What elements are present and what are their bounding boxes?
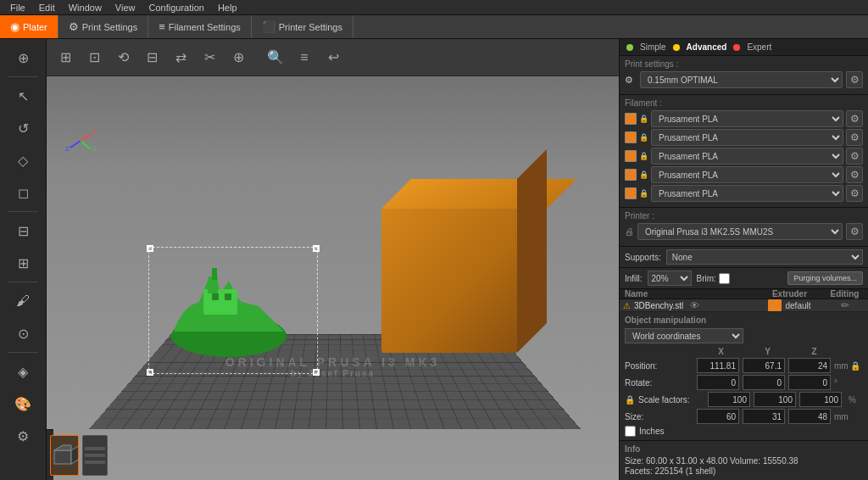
printer-icon-small: 🖨 — [625, 226, 634, 237]
mode-advanced-btn[interactable]: Advanced — [687, 42, 727, 52]
object-name-text: 3DBenchy.stl — [634, 301, 683, 310]
zoom-btn[interactable]: 🔍 — [262, 44, 289, 71]
filament-gear-5[interactable]: ⚙ — [846, 185, 863, 202]
object-benchy[interactable] — [165, 255, 292, 366]
size-z-input[interactable] — [788, 409, 831, 424]
tool-3d[interactable]: ◈ — [6, 356, 40, 387]
tool-seam[interactable]: ⊙ — [6, 318, 40, 349]
tab-printer-settings[interactable]: ⬛ Printer Settings — [252, 15, 353, 38]
filament-select-5[interactable]: Prusament PLA — [651, 185, 843, 202]
purge-btn[interactable]: Purging volumes... — [787, 271, 863, 285]
print-settings-select[interactable]: 0.15mm OPTIMAL — [640, 71, 843, 88]
size-y-input[interactable] — [743, 409, 785, 424]
split-btn[interactable]: ✂ — [196, 44, 223, 71]
object-cube[interactable] — [381, 209, 517, 353]
coord-system-select[interactable]: World coordinates — [625, 328, 743, 343]
mode-simple-btn[interactable]: Simple — [640, 42, 666, 52]
filament-color-1 — [625, 113, 637, 125]
col-name-header: Name — [620, 289, 758, 299]
tab-filament-settings[interactable]: ≡ Filament Settings — [148, 15, 252, 38]
tool-rotate[interactable]: ↺ — [6, 113, 40, 143]
position-y-input[interactable] — [743, 358, 785, 373]
lock-icon-5: 🔒 — [639, 189, 648, 198]
inches-checkbox[interactable] — [625, 426, 636, 437]
lock-icon-2: 🔒 — [639, 133, 648, 142]
tool-place[interactable]: ◻ — [6, 177, 40, 208]
position-x-input[interactable] — [697, 358, 739, 373]
menu-file[interactable]: File — [3, 3, 32, 13]
add-object-btn[interactable]: ⊞ — [52, 44, 79, 71]
orient-btn[interactable]: ⟲ — [109, 44, 136, 71]
scale-label: Scale factors: — [638, 395, 704, 405]
rotate-y-input[interactable] — [743, 375, 785, 390]
infill-select[interactable]: 20% — [648, 271, 692, 286]
left-sidebar: ⊕ ↖ ↺ ◇ ◻ ⊟ ⊞ 🖌 ⊙ ◈ 🎨 ⚙ — [0, 39, 47, 480]
filament-select-4[interactable]: Prusament PLA — [651, 166, 843, 183]
eye-icon[interactable]: 👁 — [690, 300, 699, 310]
print-settings-icon: ⚙ — [69, 20, 79, 33]
filament-row-1: 🔒 Prusament PLA ⚙ — [625, 110, 863, 127]
print-settings-gear-btn[interactable]: ⚙ — [846, 71, 863, 88]
svg-rect-3 — [212, 293, 219, 300]
tool-info[interactable]: ⊞ — [6, 248, 40, 278]
print-settings-label: Print settings : — [625, 59, 863, 69]
tool-cut[interactable]: ⊟ — [6, 215, 40, 246]
tab-plater[interactable]: ◉ Plater — [0, 15, 58, 38]
filament-gear-2[interactable]: ⚙ — [846, 129, 863, 146]
filament-gear-4[interactable]: ⚙ — [846, 166, 863, 183]
tool-move[interactable]: ⊕ — [6, 42, 40, 73]
supports-select[interactable]: None — [666, 249, 863, 265]
view-btn[interactable]: ≡ — [291, 44, 318, 71]
lock-icon-1: 🔒 — [639, 114, 648, 123]
scale-lock-icon: 🔒 — [625, 395, 635, 405]
menu-view[interactable]: View — [108, 3, 142, 13]
extruder-cell: default — [758, 299, 821, 311]
scale-y-input[interactable] — [754, 392, 796, 407]
warning-icon: ⚠ — [623, 301, 631, 310]
viewport[interactable]: ⊞ ⊡ ⟲ ⊟ ⇄ ✂ ⊕ 🔍 ≡ ↩ ORIGINAL PRUSA I3 MK… — [47, 39, 619, 480]
filament-select-3[interactable]: Prusament PLA — [651, 148, 843, 165]
tool-paint[interactable]: 🖌 — [6, 286, 40, 316]
tool-scale[interactable]: ◇ — [6, 145, 40, 176]
thumb-3d[interactable] — [50, 435, 79, 476]
tab-print-settings[interactable]: ⚙ Print Settings — [58, 15, 148, 38]
menu-edit[interactable]: Edit — [32, 3, 62, 13]
size-x-input[interactable] — [697, 409, 739, 424]
filament-row-4: 🔒 Prusament PLA ⚙ — [625, 166, 863, 183]
col-extruder-header: Extruder — [758, 289, 821, 299]
mode-expert-btn[interactable]: Expert — [747, 42, 771, 52]
tool-settings[interactable]: ⚙ — [6, 421, 40, 451]
svg-rect-13 — [54, 450, 71, 464]
filament-select-1[interactable]: Prusament PLA — [651, 110, 843, 127]
divider4 — [8, 352, 38, 353]
position-z-input[interactable] — [788, 358, 831, 373]
rotate-x-input[interactable] — [697, 375, 739, 390]
brim-checkbox[interactable] — [719, 273, 730, 284]
divider1 — [8, 76, 38, 77]
filament-color-2 — [625, 131, 637, 143]
rotate-z-input[interactable] — [788, 375, 831, 390]
menu-configuration[interactable]: Configuration — [142, 3, 210, 13]
printer-gear-btn[interactable]: ⚙ — [846, 223, 863, 240]
add-shape-btn[interactable]: ⊡ — [81, 44, 108, 71]
svg-marker-14 — [54, 445, 71, 450]
scale-z-input[interactable] — [799, 392, 842, 407]
tool-color[interactable]: 🎨 — [6, 388, 40, 419]
mirror-btn[interactable]: ⇄ — [167, 44, 194, 71]
scale-x-input[interactable] — [708, 392, 750, 407]
filament-color-5 — [625, 187, 637, 199]
plus-btn[interactable]: ⊕ — [225, 44, 252, 71]
filament-gear-3[interactable]: ⚙ — [846, 148, 863, 165]
edit-icon[interactable]: ✏ — [841, 299, 849, 311]
bottom-bar — [47, 429, 53, 480]
undo-btn[interactable]: ↩ — [320, 44, 347, 71]
filament-select-2[interactable]: Prusament PLA — [651, 129, 843, 146]
menu-window[interactable]: Window — [62, 3, 108, 13]
table-row: ⚠ 3DBenchy.stl 👁 default ✏ — [620, 299, 868, 312]
thumb-list[interactable] — [82, 435, 108, 476]
printer-select[interactable]: Original Prusa i3 MK2.5S MMU2S — [637, 223, 843, 240]
arrange-btn[interactable]: ⊟ — [138, 44, 165, 71]
menu-help[interactable]: Help — [211, 3, 244, 13]
tool-select[interactable]: ↖ — [6, 81, 40, 111]
filament-gear-1[interactable]: ⚙ — [846, 110, 863, 127]
